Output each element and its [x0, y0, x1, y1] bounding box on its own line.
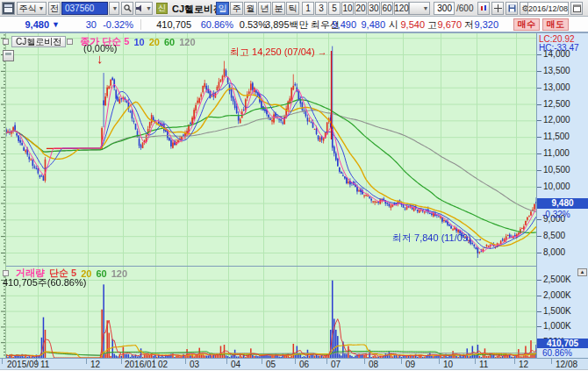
interval-button-120[interactable]: 120 — [394, 2, 409, 15]
price-tick-label: 12,500 — [543, 100, 570, 109]
bar-count-input[interactable]: 300 — [434, 2, 455, 15]
period-tab-month[interactable]: 월 — [244, 2, 257, 15]
annotation-high: 최고 14,250 (07/04) → — [230, 46, 327, 59]
compare-chart-button[interactable] — [477, 2, 490, 15]
date-label: 12/08 — [556, 360, 577, 369]
price-axis-panel[interactable]: LC:20.92 HC:-33.47 14,00013,50013,00012,… — [536, 33, 588, 358]
new-stock-badge: 신 — [156, 3, 168, 14]
change-percent: -0.32% — [98, 18, 133, 31]
date-label: 10 — [443, 360, 453, 369]
date-label: 11 — [40, 360, 49, 369]
date-tick — [226, 359, 227, 364]
mini-board-icon[interactable] — [3, 50, 14, 61]
price-chart-canvas[interactable] — [0, 33, 536, 358]
legend-item: 20 — [149, 37, 160, 47]
interval-button-3[interactable]: 3 — [315, 2, 327, 15]
date-tick — [262, 359, 262, 364]
interval-button-5[interactable]: 5 — [328, 2, 341, 15]
crosshair-icon — [494, 4, 502, 12]
chart-style-dropdown[interactable]: ▼ — [409, 2, 430, 15]
date-label: 06 — [299, 360, 309, 369]
quote-info-bar: 9,480 ▼ 30 -0.32% 410,705 60.86% 0.53% 3… — [0, 17, 588, 32]
open-price: 9,540 — [398, 18, 425, 31]
date-tick — [401, 359, 402, 364]
period-tab-year[interactable]: 년 — [258, 2, 271, 15]
volume-value: 410,705 — [147, 18, 191, 31]
date-tick — [295, 359, 296, 364]
price-tick-label: 8,000 — [543, 248, 565, 257]
stock-code-input[interactable]: 037560 — [61, 2, 108, 15]
interval-button-10[interactable]: 10 — [341, 2, 354, 15]
interval-button-60[interactable]: 60 — [381, 2, 393, 15]
chevron-down-icon: ▼ — [146, 5, 152, 11]
stock-chart-window: 주식▼ 전 037560 ▼ ▼ 신 CJ헬로비전 일주월년분틱 1351020… — [0, 0, 588, 378]
legend-item: 10 — [133, 37, 144, 47]
legend-item: 120 — [111, 268, 127, 279]
mini-candles-icon — [480, 4, 488, 12]
open-label: 시 — [389, 18, 398, 31]
period-tab-minute[interactable]: 분 — [272, 2, 285, 15]
bottom-strip — [0, 369, 588, 378]
chart-area: CJ헬로비전 종가 단순 5102060120 (0,00%) ↓ 최고 14,… — [0, 32, 588, 369]
asset-type-dropdown[interactable]: 주식▼ — [17, 2, 47, 15]
volume-tick-label: 1,500K — [543, 307, 571, 316]
save-button[interactable] — [506, 2, 518, 15]
legend-item: 60 — [96, 268, 106, 279]
code-dropdown-button[interactable]: ▼ — [109, 2, 119, 15]
turnover-rate: 0.53% — [235, 18, 267, 31]
date-input[interactable]: 2016/12/08 — [527, 2, 569, 15]
sell-button[interactable]: 매도 — [542, 18, 569, 31]
chart-window-icon[interactable] — [2, 2, 15, 15]
date-tick — [326, 359, 327, 364]
price-tick-label: 10,500 — [543, 166, 570, 175]
date-tick — [364, 359, 365, 364]
price-tick-label: 11,000 — [543, 149, 570, 158]
chevron-down-icon: ▼ — [423, 5, 429, 11]
price-tick-label: 13,500 — [543, 67, 570, 75]
calendar-button[interactable] — [570, 2, 583, 15]
interval-button-30[interactable]: 30 — [368, 2, 380, 15]
calendar-icon — [573, 4, 581, 12]
date-tick — [121, 359, 122, 364]
indicator-toggle-box[interactable] — [3, 39, 9, 45]
date-label: 2016/01 — [125, 360, 156, 369]
prev-stock-button[interactable]: 전 — [48, 2, 61, 15]
high-price: 9,670 — [435, 18, 462, 31]
indicator-toggle-box[interactable] — [67, 39, 73, 45]
interval-button-1[interactable]: 1 — [302, 2, 314, 15]
date-tick — [514, 359, 515, 364]
buy-button[interactable]: 매수 — [513, 18, 540, 31]
stock-name-chip[interactable]: CJ헬로비전 — [11, 36, 66, 47]
asset-type-label: 주식 — [19, 3, 37, 15]
sound-button[interactable]: ▼ — [135, 2, 153, 15]
down-arrow-icon: ↓ — [97, 51, 104, 66]
price-tick-label: 11,500 — [543, 132, 570, 141]
interval-button-20[interactable]: 20 — [355, 2, 367, 15]
price-tick-label: 10,000 — [543, 182, 570, 191]
indicator-toggle-box[interactable] — [3, 270, 9, 276]
speaker-icon — [136, 4, 144, 12]
current-price-percent: -0.32% — [542, 210, 570, 219]
date-tick — [86, 359, 87, 364]
date-label: 11 — [479, 360, 488, 369]
price-tick-label: 13,000 — [543, 83, 570, 92]
crosshair-button[interactable] — [491, 2, 504, 15]
panel-collapse-button[interactable]: ▲ — [577, 268, 587, 276]
volume-tick-label: 1,000K — [543, 322, 571, 331]
legend-item: 120 — [179, 37, 195, 47]
bar-max-label: /600 — [456, 4, 473, 13]
date-label: 03 — [190, 360, 199, 369]
search-button[interactable] — [121, 2, 133, 15]
date-tick — [475, 359, 476, 364]
date-label: 05 — [266, 360, 276, 369]
date-label: 08 — [369, 360, 378, 369]
date-label: 12 — [519, 360, 528, 369]
date-axis[interactable]: 2015/0911122016/010203040506070809101112… — [0, 358, 588, 370]
best-bid: 9,480 — [359, 18, 385, 31]
best-ask: 9,490 — [330, 18, 356, 31]
period-tab-tick[interactable]: 틱 — [286, 2, 299, 15]
period-tab-day[interactable]: 일 — [216, 2, 229, 15]
floppy-icon — [508, 4, 516, 12]
volume-readout: 410,705주(60.86%) — [3, 276, 86, 289]
period-tab-week[interactable]: 주 — [230, 2, 243, 15]
